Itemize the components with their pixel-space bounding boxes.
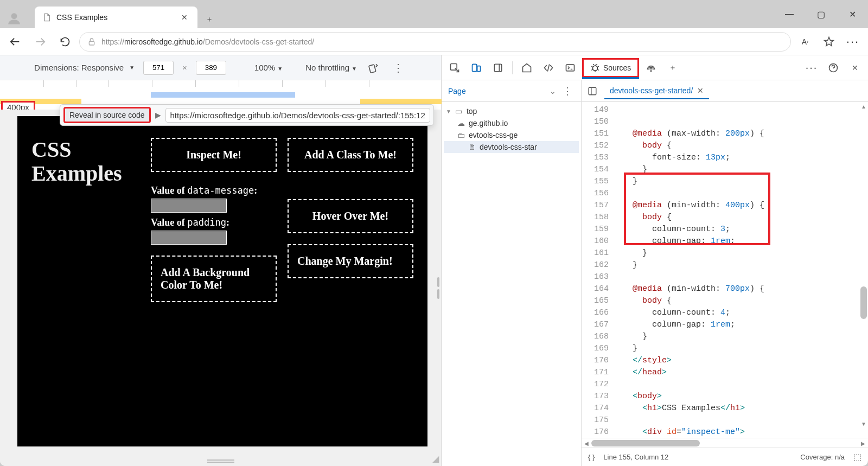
read-aloud-button[interactable]: A› xyxy=(794,31,816,53)
cursor-position: Line 155, Column 12 xyxy=(603,453,668,461)
svg-rect-7 xyxy=(566,65,575,71)
pretty-print-button[interactable]: { } xyxy=(588,453,595,461)
horizontal-scrollbar[interactable]: ◀▶ xyxy=(582,438,868,448)
editor-statusbar: { } Line 155, Column 12 Coverage: n/a ⬚ xyxy=(582,448,868,466)
console-tab-icon[interactable] xyxy=(560,58,580,78)
devtools-more-button[interactable]: ··· xyxy=(802,58,821,78)
editor-file-tab[interactable]: devtools-css-get-started/ ✕ xyxy=(604,83,709,99)
navigator-more-button[interactable]: ⋮ xyxy=(560,85,575,97)
change-margin-box[interactable]: Change My Margin! xyxy=(288,244,413,278)
code-editor-pane: devtools-css-get-started/ ✕ 149 150 151 … xyxy=(582,80,868,466)
code-content[interactable]: @media (max-width: 200px) { body { font-… xyxy=(613,102,868,438)
browser-tab[interactable]: CSS Examples ✕ xyxy=(35,7,197,28)
page-title: CSSExamples xyxy=(31,138,140,186)
device-more-button[interactable]: ⋮ xyxy=(390,61,407,74)
device-toggle-button[interactable] xyxy=(467,58,486,78)
toggle-navigator-button[interactable] xyxy=(585,84,600,99)
tree-file[interactable]: devtools-css-star xyxy=(480,143,537,151)
browser-toolbar: https://microsoftedge.github.io/Demos/de… xyxy=(0,28,868,55)
file-tree[interactable]: ▼▭top ☁ge.github.io 🗀evtools-css-ge 🗎dev… xyxy=(442,102,581,156)
help-button[interactable] xyxy=(824,58,843,78)
url-path: /Demos/devtools-css-get-started/ xyxy=(203,37,314,46)
bug-icon xyxy=(590,63,600,73)
media-query-bar-max[interactable] xyxy=(151,92,295,98)
padding-input[interactable] xyxy=(151,231,227,245)
close-devtools-button[interactable]: ✕ xyxy=(845,58,865,78)
new-tab-button[interactable]: ＋ xyxy=(663,58,682,78)
tree-domain[interactable]: ge.github.io xyxy=(469,119,508,127)
dimensions-dropdown[interactable]: Dimensions: Responsive xyxy=(34,63,135,72)
settings-menu-button[interactable]: ··· xyxy=(842,31,864,53)
window-titlebar: CSS Examples ✕ ＋ ― ▢ ✕ xyxy=(0,0,868,28)
inspect-element-button[interactable] xyxy=(445,58,464,78)
dock-side-button[interactable] xyxy=(488,58,508,78)
emulated-viewport: CSSExamples Inspect Me! Value of data-me… xyxy=(17,116,427,446)
svg-rect-1 xyxy=(89,41,94,45)
hover-box[interactable]: Hover Over Me! xyxy=(288,199,413,233)
line-gutter: 149 150 151 152 153 154 155 156 157 158 … xyxy=(582,102,613,438)
page-icon xyxy=(42,13,51,22)
svg-point-9 xyxy=(651,71,652,72)
tree-top[interactable]: top xyxy=(467,107,477,116)
cloud-icon: ☁ xyxy=(457,119,465,127)
chevron-right-icon: ▶ xyxy=(155,111,161,119)
svg-rect-5 xyxy=(477,66,481,71)
svg-rect-6 xyxy=(494,64,502,72)
window-icon: ▭ xyxy=(455,107,463,116)
close-window-button[interactable]: ✕ xyxy=(837,0,868,28)
sources-tab[interactable]: Sources xyxy=(582,58,639,78)
close-tab-button[interactable]: ✕ xyxy=(179,12,190,23)
coverage-status: Coverage: n/a xyxy=(800,453,845,461)
network-tab-icon[interactable] xyxy=(641,58,661,78)
svg-point-0 xyxy=(11,13,17,19)
back-button[interactable] xyxy=(4,31,26,53)
navigator-page-tab[interactable]: Page xyxy=(448,87,466,95)
devtools-toolbar: Sources ＋ ··· ✕ xyxy=(442,55,868,80)
tree-folder[interactable]: evtools-css-ge xyxy=(469,131,518,139)
profile-avatar[interactable] xyxy=(4,9,24,28)
new-tab-button[interactable]: ＋ xyxy=(201,11,218,28)
reveal-in-source-button[interactable]: Reveal in source code xyxy=(63,107,151,123)
close-file-tab-button[interactable]: ✕ xyxy=(697,86,704,95)
viewport-width-input[interactable] xyxy=(143,61,174,75)
data-message-input[interactable] xyxy=(151,199,227,213)
throttling-dropdown[interactable]: No throttling xyxy=(305,63,357,72)
source-location-link[interactable]: https://microsoftedge.github.io/Demos/de… xyxy=(165,108,430,123)
window-controls: ― ▢ ✕ xyxy=(774,0,868,28)
tab-title: CSS Examples xyxy=(56,13,174,22)
rotate-button[interactable] xyxy=(366,60,381,75)
svg-rect-2 xyxy=(369,64,376,72)
svg-rect-11 xyxy=(589,87,596,95)
favorite-button[interactable] xyxy=(818,31,840,53)
welcome-tab-icon[interactable] xyxy=(517,58,537,78)
padding-label: Value of padding: xyxy=(151,217,277,228)
chevron-down-icon[interactable]: ⌄ xyxy=(550,87,556,95)
elements-tab-icon[interactable] xyxy=(539,58,558,78)
sources-navigator: Page ⌄ ⋮ ▼▭top ☁ge.github.io 🗀evtools-cs… xyxy=(442,80,582,466)
forward-button[interactable] xyxy=(29,31,51,53)
device-toolbar: Dimensions: Responsive × 100% No throttl… xyxy=(0,55,441,80)
device-emulation-pane: Dimensions: Responsive × 100% No throttl… xyxy=(0,55,442,466)
folder-icon: 🗀 xyxy=(457,131,465,139)
media-query-bar-min-700[interactable] xyxy=(360,99,442,104)
add-class-box[interactable]: Add A Class To Me! xyxy=(288,138,413,172)
add-background-box[interactable]: Add A Background Color To Me! xyxy=(151,256,277,302)
url-protocol: https:// xyxy=(101,37,124,46)
inspect-me-box[interactable]: Inspect Me! xyxy=(151,138,277,172)
upload-icon[interactable]: ⬚ xyxy=(853,452,861,462)
viewport-height-input[interactable] xyxy=(196,61,226,75)
file-icon: 🗎 xyxy=(468,143,476,151)
viewport-resize-handle-right[interactable] xyxy=(436,277,441,299)
svg-point-8 xyxy=(593,66,598,71)
viewport-resize-handle-bottom[interactable] xyxy=(207,459,234,463)
devtools-panel: Sources ＋ ··· ✕ Page ⌄ ⋮ ▼▭top ☁ge.githu… xyxy=(442,55,868,466)
reload-button[interactable] xyxy=(54,31,76,53)
maximize-button[interactable]: ▢ xyxy=(805,0,837,28)
media-query-ruler[interactable]: 400px Reveal in source code ▶ https://mi… xyxy=(0,80,441,110)
minimize-button[interactable]: ― xyxy=(774,0,805,28)
address-bar[interactable]: https://microsoftedge.github.io/Demos/de… xyxy=(79,32,791,52)
vertical-scrollbar[interactable]: ▲▼ xyxy=(859,102,868,428)
zoom-dropdown[interactable]: 100% xyxy=(254,63,283,72)
code-editor[interactable]: 149 150 151 152 153 154 155 156 157 158 … xyxy=(582,102,868,438)
viewport-resize-handle-corner[interactable]: ◢ xyxy=(432,454,439,464)
